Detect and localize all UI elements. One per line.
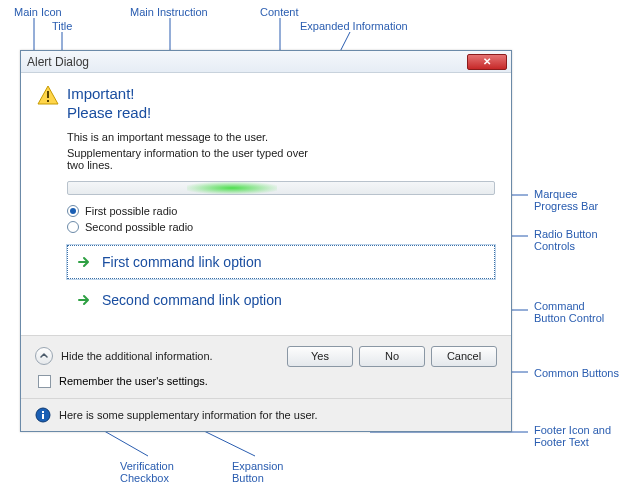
info-icon [35,407,51,423]
svg-rect-17 [42,411,44,413]
anno-radio-controls: Radio Button Controls [534,228,598,252]
anno-command-button: Command Button Control [534,300,604,324]
close-icon: ✕ [483,56,491,67]
radio-group: First possible radio Second possible rad… [67,205,495,233]
radio-option-1[interactable]: First possible radio [67,205,495,217]
chevron-up-icon [40,350,48,362]
anno-expansion: Expansion Button [232,460,283,484]
expansion-button[interactable] [35,347,53,365]
dialog-body: Important! Please read! This is an impor… [21,73,511,335]
anno-main-instruction: Main Instruction [130,6,208,18]
anno-title: Title [52,20,72,32]
anno-footer: Footer Icon and Footer Text [534,424,611,448]
command-link-2[interactable]: Second command link option [67,283,495,317]
anno-content: Content [260,6,299,18]
yes-button[interactable]: Yes [287,346,353,367]
anno-verification: Verification Checkbox [120,460,174,484]
svg-rect-13 [47,91,49,98]
footer-text: Here is some supplementary information f… [59,409,318,421]
svg-rect-14 [47,100,49,102]
warning-icon [37,85,59,105]
radio-label: Second possible radio [85,221,193,233]
anno-main-icon: Main Icon [14,6,62,18]
expanded-information: Supplementary information to the user ty… [67,147,317,171]
radio-icon [67,205,79,217]
arrow-right-icon [76,254,92,270]
dialog-footer: Hide the additional information. Yes No … [21,335,511,431]
arrow-right-icon [76,292,92,308]
titlebar[interactable]: Alert Dialog ✕ [21,51,511,73]
anno-expanded: Expanded Information [300,20,408,32]
svg-rect-16 [42,414,44,419]
verification-checkbox[interactable] [38,375,51,388]
command-link-1[interactable]: First command link option [67,245,495,279]
anno-common-buttons: Common Buttons [534,367,619,379]
radio-option-2[interactable]: Second possible radio [67,221,495,233]
marquee-progress-bar [67,181,495,195]
main-instruction: Important! Please read! [67,85,495,123]
anno-marquee: Marquee Progress Bar [534,188,598,212]
cancel-button[interactable]: Cancel [431,346,497,367]
command-link-label: First command link option [102,254,262,270]
radio-icon [67,221,79,233]
radio-label: First possible radio [85,205,177,217]
verification-label: Remember the user's settings. [59,375,208,387]
command-link-label: Second command link option [102,292,282,308]
task-dialog: Alert Dialog ✕ Important! Please read! [20,50,512,432]
expansion-label: Hide the additional information. [61,350,287,362]
content-text: This is an important message to the user… [67,131,495,143]
no-button[interactable]: No [359,346,425,367]
dialog-title: Alert Dialog [27,55,467,69]
close-button[interactable]: ✕ [467,54,507,70]
